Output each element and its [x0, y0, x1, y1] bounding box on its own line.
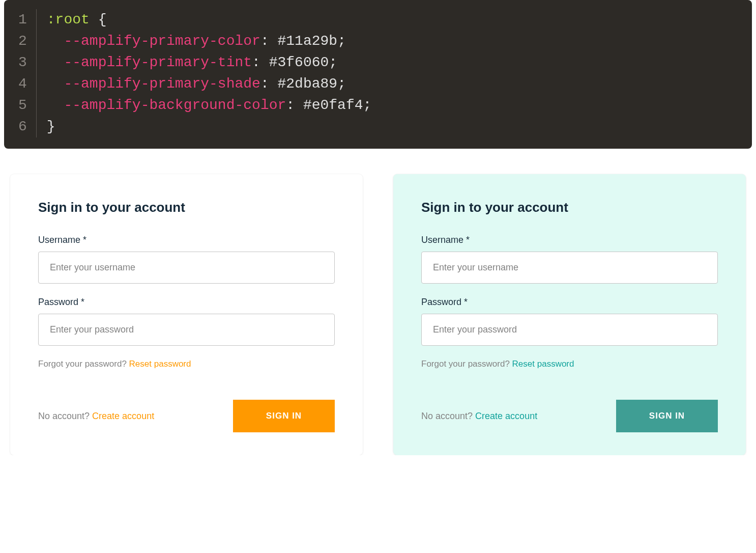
line-number: 3 — [18, 52, 27, 73]
css-property: --amplify-primary-shade — [64, 76, 260, 92]
css-property: --amplify-primary-tint — [64, 54, 252, 70]
reset-password-link[interactable]: Reset password — [129, 359, 191, 369]
forgot-password-text: Forgot your password? — [38, 359, 129, 369]
open-brace: { — [90, 12, 107, 27]
forgot-password-hint: Forgot your password? Reset password — [38, 359, 335, 369]
no-account-text-wrap: No account? Create account — [38, 411, 154, 422]
no-account-text-wrap: No account? Create account — [421, 411, 537, 422]
close-brace: } — [47, 119, 55, 134]
username-label: Username * — [38, 235, 335, 245]
line-number: 1 — [18, 9, 27, 31]
code-line: --amplify-primary-color: #11a29b; — [47, 31, 372, 52]
code-content: :root { --amplify-primary-color: #11a29b… — [37, 9, 382, 137]
password-label: Password * — [421, 297, 718, 308]
no-account-text: No account? — [38, 411, 92, 421]
signin-card-default: Sign in to your account Username * Passw… — [10, 174, 363, 455]
css-property: --amplify-primary-color — [64, 33, 260, 49]
css-value: #2dba89 — [278, 76, 338, 92]
username-input[interactable] — [38, 252, 335, 284]
reset-password-link[interactable]: Reset password — [512, 359, 574, 369]
password-label: Password * — [38, 297, 335, 308]
line-number: 6 — [18, 116, 27, 137]
signin-button[interactable]: SIGN IN — [233, 400, 335, 432]
signin-title: Sign in to your account — [421, 200, 718, 215]
create-account-link[interactable]: Create account — [92, 411, 154, 421]
username-label: Username * — [421, 235, 718, 245]
signin-title: Sign in to your account — [38, 200, 335, 215]
css-value: #e0faf4 — [303, 97, 363, 113]
signin-footer: No account? Create account SIGN IN — [421, 400, 718, 432]
signin-footer: No account? Create account SIGN IN — [38, 400, 335, 432]
css-selector: :root — [47, 12, 90, 27]
password-input[interactable] — [421, 314, 718, 346]
line-number-gutter: 1 2 3 4 5 6 — [4, 9, 37, 137]
code-block: 1 2 3 4 5 6 :root { --amplify-primary-co… — [4, 0, 752, 149]
signin-cards-row: Sign in to your account Username * Passw… — [0, 174, 756, 455]
signin-button[interactable]: SIGN IN — [616, 400, 718, 432]
code-line: } — [47, 116, 372, 137]
css-value: #11a29b — [278, 33, 338, 49]
forgot-password-text: Forgot your password? — [421, 359, 512, 369]
signin-card-themed: Sign in to your account Username * Passw… — [393, 174, 746, 455]
password-input[interactable] — [38, 314, 335, 346]
css-value: #3f6060 — [269, 54, 329, 70]
code-line: :root { — [47, 9, 372, 31]
code-line: --amplify-primary-shade: #2dba89; — [47, 73, 372, 95]
username-input[interactable] — [421, 252, 718, 284]
create-account-link[interactable]: Create account — [475, 411, 537, 421]
code-line: --amplify-background-color: #e0faf4; — [47, 95, 372, 116]
line-number: 4 — [18, 73, 27, 95]
line-number: 2 — [18, 31, 27, 52]
css-property: --amplify-background-color — [64, 97, 286, 113]
forgot-password-hint: Forgot your password? Reset password — [421, 359, 718, 369]
code-line: --amplify-primary-tint: #3f6060; — [47, 52, 372, 73]
no-account-text: No account? — [421, 411, 475, 421]
line-number: 5 — [18, 95, 27, 116]
